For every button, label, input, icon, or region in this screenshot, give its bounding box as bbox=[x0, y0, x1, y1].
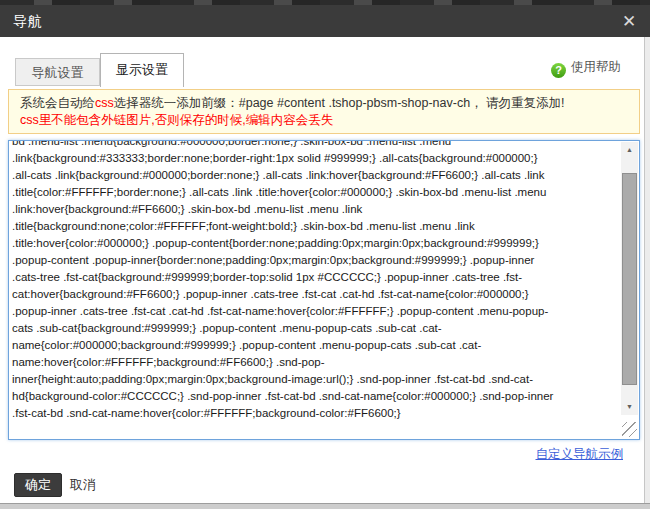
dialog-title: 导航 bbox=[13, 13, 43, 31]
screen: 导航 ✕ 导航设置 显示设置 ?使用帮助 系统会自动给css选择器统一添加前缀：… bbox=[0, 0, 650, 509]
close-icon[interactable]: ✕ bbox=[618, 11, 640, 33]
ok-button[interactable]: 确定 bbox=[14, 473, 62, 497]
page-bottom-margin bbox=[0, 503, 650, 509]
dialog-body: 导航设置 显示设置 ?使用帮助 系统会自动给css选择器统一添加前缀：#page… bbox=[0, 37, 645, 503]
help-icon: ? bbox=[551, 63, 566, 78]
help-link[interactable]: ?使用帮助 bbox=[551, 57, 621, 75]
scroll-up-icon[interactable]: ▲ bbox=[621, 142, 638, 158]
tab-display-settings[interactable]: 显示设置 bbox=[100, 53, 184, 87]
scroll-down-icon[interactable]: ▼ bbox=[621, 399, 638, 415]
notice-text-after: 选择器统一添加前缀：#page #content .tshop-pbsm-sho… bbox=[114, 96, 565, 110]
notice-box: 系统会自动给css选择器统一添加前缀：#page #content .tshop… bbox=[8, 89, 640, 134]
resize-grip-icon[interactable] bbox=[622, 422, 637, 437]
notice-prefix-text: 系统会自动给css选择器统一添加前缀：#page #content .tshop… bbox=[20, 95, 628, 112]
tab-nav-settings[interactable]: 导航设置 bbox=[15, 58, 100, 86]
notice-text-before: 系统会自动给 bbox=[20, 96, 95, 110]
cancel-button[interactable]: 取消 bbox=[70, 473, 96, 497]
page-right-margin bbox=[645, 37, 650, 503]
css-editor-content: bd .menu-list .menu{background:#000000;b… bbox=[12, 141, 619, 422]
notice-warning-text: css里不能包含外链图片,否则保存的时候,编辑内容会丢失 bbox=[20, 112, 628, 129]
custom-nav-example-link[interactable]: 自定义导航示例 bbox=[536, 446, 624, 463]
scrollbar-thumb[interactable] bbox=[622, 173, 637, 385]
help-label: 使用帮助 bbox=[571, 60, 621, 74]
css-editor-viewport: bd .menu-list .menu{background:#000000;b… bbox=[12, 141, 619, 437]
dialog-titlebar: 导航 ✕ bbox=[0, 5, 650, 37]
editor-scrollbar[interactable]: ▲ ▼ bbox=[621, 142, 638, 415]
notice-css-word: css bbox=[95, 96, 114, 110]
css-editor-textarea[interactable]: bd .menu-list .menu{background:#000000;b… bbox=[8, 140, 640, 440]
